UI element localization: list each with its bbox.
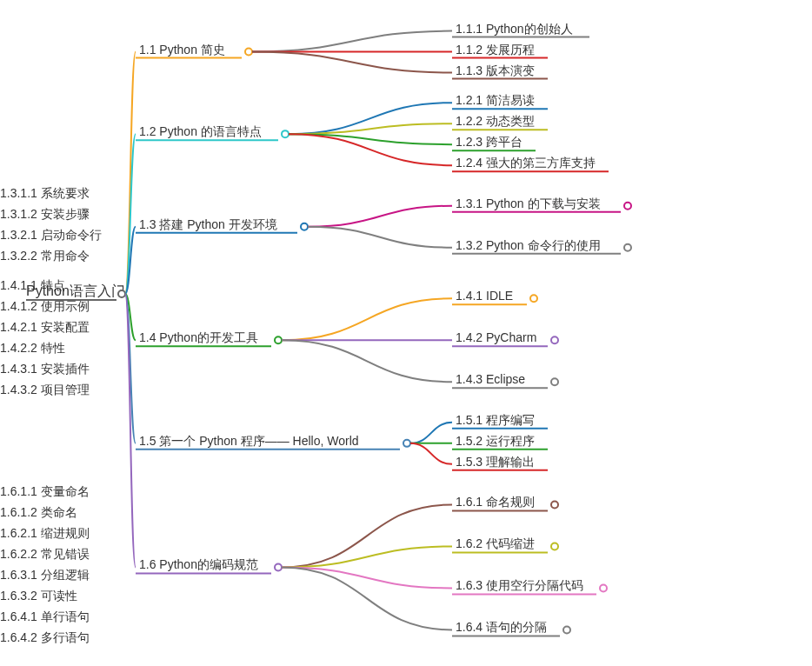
node-label: 1.6.2.1 缩进规则 bbox=[0, 526, 90, 540]
node-label: 1.4.1.2 使用示例 bbox=[0, 299, 90, 313]
svg-point-3 bbox=[245, 49, 252, 56]
svg-point-1 bbox=[118, 290, 125, 297]
node-label: 1.1.1 Python的创始人 bbox=[456, 22, 573, 36]
node-label: 1.6.2.2 常见错误 bbox=[0, 547, 90, 561]
node-label: 1.2.4 强大的第三方库支持 bbox=[456, 156, 596, 170]
mindmap-diagram: Python语言入门1.1 Python 简史1.1.1 Python的创始人1… bbox=[0, 0, 812, 666]
svg-point-8 bbox=[282, 130, 289, 137]
node-label: 1.4.2 PyCharm bbox=[456, 330, 536, 344]
node-label: 1.2.1 简洁易读 bbox=[456, 93, 535, 107]
svg-point-49 bbox=[551, 543, 558, 549]
node-label: 1.4.1.1 特点 bbox=[0, 278, 65, 292]
node-label: 1.1.2 发展历程 bbox=[456, 43, 535, 57]
node-label: 1.3.2.1 启动命令行 bbox=[0, 228, 102, 242]
svg-point-45 bbox=[551, 501, 558, 508]
node-label: 1.6.2 代码缩进 bbox=[456, 536, 535, 550]
node-label: 1.4.2.2 特性 bbox=[0, 341, 65, 355]
node-label: 1.5.2 运行程序 bbox=[456, 434, 535, 448]
node-label: 1.2.2 动态类型 bbox=[456, 114, 535, 128]
svg-point-43 bbox=[275, 563, 282, 570]
svg-point-20 bbox=[624, 244, 631, 251]
node-label: 1.5.1 程序编写 bbox=[456, 413, 535, 427]
node-label: 1.3.2 Python 命令行的使用 bbox=[456, 238, 601, 252]
svg-point-30 bbox=[551, 336, 558, 343]
node-label: 1.6.4 语句的分隔 bbox=[456, 620, 547, 634]
svg-point-14 bbox=[301, 223, 308, 230]
node-label: 1.2 Python 的语言特点 bbox=[139, 124, 262, 138]
svg-point-26 bbox=[530, 295, 537, 302]
node-label: 1.4.3.2 项目管理 bbox=[0, 383, 90, 396]
svg-point-24 bbox=[275, 336, 282, 343]
svg-point-34 bbox=[551, 378, 558, 385]
svg-point-57 bbox=[563, 626, 570, 633]
node-label: 1.2.3 跨平台 bbox=[456, 135, 522, 149]
node-label: 1.3.1.2 安装步骤 bbox=[0, 207, 90, 221]
node-label: 1.1.3 版本演变 bbox=[456, 63, 535, 77]
svg-point-53 bbox=[600, 584, 607, 591]
svg-point-38 bbox=[403, 440, 410, 447]
node-label: 1.4 Python的开发工具 bbox=[139, 330, 258, 344]
node-label: 1.6.1.1 变量命名 bbox=[0, 484, 90, 498]
node-label: 1.6.4.1 单行语句 bbox=[0, 609, 90, 623]
node-label: 1.3.1.1 系统要求 bbox=[0, 186, 90, 200]
node-label: 1.4.2.1 安装配置 bbox=[0, 320, 90, 334]
node-label: 1.6 Python的编码规范 bbox=[139, 557, 258, 571]
node-label: 1.3 搭建 Python 开发环境 bbox=[139, 217, 277, 231]
node-label: 1.6.3 使用空行分隔代码 bbox=[456, 578, 583, 592]
node-label: 1.6.3.1 分组逻辑 bbox=[0, 568, 90, 582]
node-label: 1.1 Python 简史 bbox=[139, 43, 225, 57]
node-label: 1.6.4.2 多行语句 bbox=[0, 630, 90, 644]
node-label: 1.4.3 Eclipse bbox=[456, 372, 525, 386]
node-label: 1.6.1.2 类命名 bbox=[0, 505, 77, 519]
node-label: 1.4.3.1 安装插件 bbox=[0, 362, 90, 376]
node-label: 1.5 第一个 Python 程序—— Hello, World bbox=[139, 434, 359, 448]
node-label: 1.6.3.2 可读性 bbox=[0, 589, 77, 603]
node-label: 1.3.1 Python 的下载与安装 bbox=[456, 196, 601, 210]
node-label: 1.4.1 IDLE bbox=[456, 289, 513, 303]
node-label: 1.6.1 命名规则 bbox=[456, 495, 535, 509]
node-label: 1.5.3 理解输出 bbox=[456, 455, 535, 469]
svg-point-16 bbox=[624, 203, 631, 210]
node-label: 1.3.2.2 常用命令 bbox=[0, 249, 90, 263]
